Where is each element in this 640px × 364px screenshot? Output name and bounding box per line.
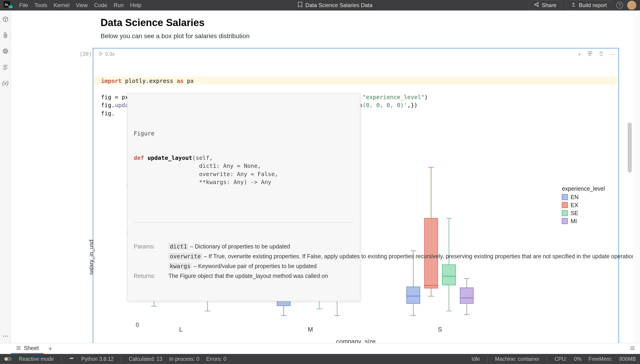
- legend-swatch: [562, 210, 568, 216]
- tab-sheet[interactable]: Sheet: [11, 343, 44, 354]
- menubar-right: Share Build report ?: [529, 0, 636, 10]
- svg-point-26: [5, 336, 6, 336]
- chip-icon[interactable]: [2, 48, 9, 54]
- tab-sheet-label: Sheet: [24, 345, 39, 352]
- menu-file[interactable]: File: [19, 2, 28, 8]
- legend-label: EX: [570, 202, 578, 208]
- status-inprocess: In process: 0: [169, 356, 199, 362]
- doc-subtitle: Below you can see a box plot for salarie…: [101, 32, 605, 40]
- legend-swatch: [562, 202, 568, 208]
- svg-rect-7: [4, 50, 7, 53]
- doc-class: Figure: [134, 130, 354, 138]
- tab-list-icon[interactable]: [625, 346, 640, 351]
- menu-kernel[interactable]: Kernel: [54, 2, 70, 8]
- user-avatar[interactable]: [627, 1, 636, 10]
- legend-item[interactable]: EX: [562, 202, 605, 208]
- legend-label: EN: [570, 194, 578, 200]
- bookmark-icon[interactable]: [297, 2, 303, 9]
- legend-item[interactable]: EN: [562, 194, 605, 200]
- status-mem-label: FreeMem:: [588, 356, 612, 362]
- svg-text:DL: DL: [5, 3, 9, 6]
- scrollbar-thumb[interactable]: [628, 122, 632, 173]
- share-label: Share: [542, 2, 556, 8]
- notebook-title: Data Science Salaries Data: [305, 2, 372, 8]
- build-report-button[interactable]: Build report: [566, 0, 612, 10]
- svg-line-6: [535, 5, 537, 6]
- xtick: M: [308, 326, 313, 333]
- outline-icon[interactable]: [2, 64, 9, 70]
- sheet-icon: [16, 345, 21, 352]
- menubar: DL File Tools Kernel View Code Run Help …: [0, 0, 640, 10]
- tab-bar: Sheet +: [0, 343, 640, 354]
- status-python[interactable]: Python 3.8.12: [81, 356, 114, 362]
- svg-rect-8: [5, 50, 6, 52]
- attachment-icon[interactable]: [2, 32, 9, 38]
- status-mem-val: 806MB: [619, 356, 636, 362]
- code-editor[interactable]: import plotly.express as px fig = px.box…: [93, 48, 618, 158]
- legend-title: experience_level: [562, 186, 605, 192]
- share-icon: [534, 2, 539, 8]
- code-cell[interactable]: [20] 0.3s + ⋯ import plotly.express as p…: [80, 48, 619, 343]
- legend-item[interactable]: MI: [562, 218, 605, 224]
- add-tab-button[interactable]: +: [44, 345, 57, 352]
- right-rail: [633, 10, 640, 343]
- doc-method: update_layout: [147, 154, 192, 161]
- status-calculated: Calculated: 13: [129, 356, 162, 362]
- box[interactable]: [406, 286, 420, 304]
- status-cpu-val: 0%: [574, 356, 581, 362]
- status-reactive: Reactive mode: [19, 356, 54, 362]
- notebook-title-area: Data Science Salaries Data: [141, 2, 529, 9]
- left-rail: (x): [0, 10, 11, 343]
- more-icon[interactable]: [2, 333, 9, 339]
- doc-title: Data Science Salaries: [101, 17, 605, 28]
- returns-label: Returns:: [134, 272, 166, 280]
- xtick: L: [179, 326, 183, 333]
- status-bar: Reactive mode | Python 3.8.12 | Calculat…: [0, 354, 640, 364]
- menu-help[interactable]: Help: [130, 2, 141, 8]
- doc-popup: Figure def update_layout(self, dict1: An…: [127, 93, 360, 301]
- xtick: S: [438, 326, 442, 333]
- build-report-label: Build report: [579, 2, 607, 8]
- status-machine: Machine: container: [495, 356, 539, 362]
- menu-run[interactable]: Run: [114, 2, 124, 8]
- legend-label: SE: [570, 210, 578, 216]
- upload-icon: [571, 2, 576, 8]
- status-cpu-label: CPU:: [554, 356, 567, 362]
- legend-swatch: [562, 218, 568, 224]
- svg-point-27: [7, 336, 8, 336]
- params-label: Params:: [134, 242, 166, 251]
- svg-line-5: [535, 4, 537, 4]
- menu-tools[interactable]: Tools: [35, 2, 47, 8]
- legend-swatch: [562, 194, 568, 200]
- variable-icon[interactable]: (x): [2, 80, 9, 86]
- reactive-toggle[interactable]: [4, 357, 12, 361]
- share-button[interactable]: Share: [529, 0, 562, 10]
- svg-point-25: [3, 336, 4, 336]
- box[interactable]: [460, 288, 474, 304]
- app-logo[interactable]: DL: [4, 1, 14, 9]
- ylabel: salary_in_usd: [88, 240, 95, 275]
- legend: experience_level ENEXSEMI: [562, 186, 605, 226]
- help-icon[interactable]: ?: [616, 2, 623, 9]
- content-area: Data Science Salaries Below you can see …: [11, 10, 633, 343]
- menu-items: File Tools Kernel View Code Run Help: [19, 2, 141, 8]
- legend-item[interactable]: SE: [562, 210, 605, 216]
- legend-label: MI: [570, 218, 577, 224]
- menu-view[interactable]: View: [76, 2, 88, 8]
- xlabel: company_size: [336, 338, 376, 343]
- status-errors: Errors: 0: [206, 356, 226, 362]
- status-idle: Idle: [472, 356, 480, 362]
- cell-counter: [20]: [80, 51, 92, 57]
- cube-icon[interactable]: [2, 16, 9, 22]
- menu-code[interactable]: Code: [94, 2, 107, 8]
- python-icon: [69, 356, 74, 362]
